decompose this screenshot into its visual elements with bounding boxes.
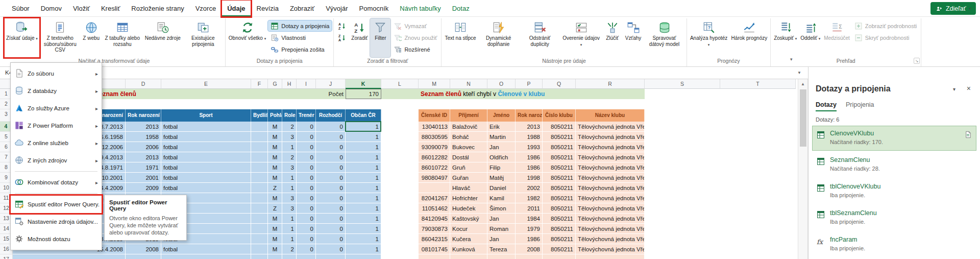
cell-K14[interactable]: 1 [346, 224, 381, 234]
tab-pomocnik[interactable]: Pomocník [354, 0, 395, 17]
cell-F7[interactable] [251, 152, 268, 162]
cell-R8[interactable]: Tělovýchovná jednota Vřesina [576, 162, 645, 173]
column-header-S[interactable]: S [645, 79, 720, 89]
cell-I11[interactable]: 0 [297, 193, 316, 203]
cell-J8[interactable]: 0 [316, 162, 346, 173]
header-cell-Q3[interactable]: Číslo klubu [543, 109, 576, 122]
cell-I9[interactable]: 0 [297, 173, 316, 183]
cell-J16[interactable]: 0 [316, 244, 346, 254]
cell-K8[interactable]: 1 [346, 162, 381, 173]
cell-M7[interactable]: 86012282 [419, 152, 450, 162]
recent-sources-button[interactable]: Nedávne zdroje [143, 18, 182, 57]
cell-N11[interactable]: Hofrichter [450, 193, 487, 203]
cell-N4[interactable]: Balažovič [450, 122, 487, 132]
cell-R14[interactable]: Tělovýchovná jednota Vřesina [576, 224, 645, 234]
cell-O16[interactable]: Tereza [487, 244, 516, 254]
column-header-I[interactable]: I [297, 79, 316, 89]
ungroup-button[interactable]: Oddeliť ▾ [799, 18, 822, 57]
advanced-filter-button[interactable]: Rozšírené [391, 44, 439, 55]
cell-H9[interactable]: 1 [282, 173, 297, 183]
cell-E17[interactable] [161, 254, 251, 259]
cell-P17[interactable] [516, 254, 543, 259]
tab-udaje[interactable]: Údaje [222, 0, 251, 17]
cell-G16[interactable]: M [268, 244, 282, 254]
cell-I15[interactable]: 0 [297, 234, 316, 244]
cell-K9[interactable]: 1 [346, 173, 381, 183]
cell-F11[interactable] [251, 193, 268, 203]
cell-H12[interactable]: 3 [282, 203, 297, 214]
pane-close-icon[interactable]: × [967, 84, 971, 92]
cell-D7[interactable]: 2013 [126, 152, 161, 162]
column-header-K[interactable]: K [346, 79, 381, 89]
cell-H15[interactable]: 1 [282, 234, 297, 244]
subtotal-button[interactable]: ΣMedzisúčet [822, 18, 851, 57]
remove-duplicates-button[interactable]: Odstrániť duplicity [520, 18, 560, 57]
cell-N15[interactable]: Kučera [450, 234, 487, 244]
cell-H16[interactable]: 2 [282, 244, 297, 254]
cell-O8[interactable]: Filip [487, 162, 516, 173]
column-header-G[interactable]: G [268, 79, 282, 89]
header-cell-I3[interactable]: Trenér [297, 109, 316, 122]
cell-M8[interactable]: 86010722 [419, 162, 450, 173]
tab-vzorce[interactable]: Vzorce [190, 0, 222, 17]
cell-N9[interactable]: Guřan [450, 173, 487, 183]
cell-J17[interactable] [316, 254, 346, 259]
cell-Q9[interactable]: 8050211 [543, 173, 576, 183]
column-header-P[interactable]: P [516, 79, 543, 89]
cell-F10[interactable] [251, 183, 268, 193]
dialog-launcher-icon[interactable]: ↘ [914, 58, 920, 64]
cell-P14[interactable]: 1979 [516, 224, 543, 234]
column-header-R[interactable]: R [576, 79, 645, 89]
tab-navrh-tabulky[interactable]: Návrh tabuľky [394, 0, 446, 17]
cell-Q5[interactable]: 8050211 [543, 132, 576, 142]
scrollbar-thumb[interactable] [800, 89, 806, 147]
cell-M6[interactable]: 93090079 [419, 142, 450, 152]
header-cell-G3[interactable]: Pohlaví [268, 109, 282, 122]
cell-D8[interactable]: 1971 [126, 162, 161, 173]
filter-button[interactable]: Filter [370, 18, 390, 57]
from-table-range-button[interactable]: Z tabuľky alebo rozsahu [102, 18, 143, 57]
cell-M10[interactable] [419, 183, 450, 193]
cell-N14[interactable]: Kocur [450, 224, 487, 234]
properties-button[interactable]: Vlastnosti [268, 32, 332, 43]
cell-N16[interactable]: Kunková [450, 244, 487, 254]
cell-J12[interactable]: 0 [316, 203, 346, 214]
cell-N17[interactable] [450, 254, 487, 259]
header-cell-P3[interactable]: Rok narození [516, 109, 543, 122]
cell-Q13[interactable]: 8050211 [543, 214, 576, 224]
cell-F5[interactable] [251, 132, 268, 142]
cell-O10[interactable]: Daniel [487, 183, 516, 193]
cell-O13[interactable]: Jan [487, 214, 516, 224]
header-cell-K3[interactable]: Občan ČR [346, 109, 381, 122]
cell-Q8[interactable]: 8050211 [543, 162, 576, 173]
cell-K7[interactable]: 1 [346, 152, 381, 162]
cell-O6[interactable]: Jan [487, 142, 516, 152]
cell-P13[interactable]: 1984 [516, 214, 543, 224]
cell-I17[interactable] [297, 254, 316, 259]
menu-item-z-inych-zdrojov[interactable]: Z iných zdrojov▸ [11, 152, 102, 169]
share-button[interactable]: Zdieľať ▾ [930, 2, 976, 15]
cell-R9[interactable]: Tělovýchovná jednota Vřesina [576, 173, 645, 183]
cell-R6[interactable]: Tělovýchovná jednota Vřesina [576, 142, 645, 152]
cell-E4[interactable]: fotbal [161, 122, 251, 132]
cell-P12[interactable]: 2011 [516, 203, 543, 214]
cell-J7[interactable]: 0 [316, 152, 346, 162]
workbook-links-button[interactable]: Prepojenia zošita [268, 44, 332, 55]
cell-Q16[interactable]: 8050211 [543, 244, 576, 254]
cell-R10[interactable]: Tělovýchovná jednota Vřesina [576, 183, 645, 193]
cell-M4[interactable]: 13040113 [419, 122, 450, 132]
cell-O4[interactable]: Erik [487, 122, 516, 132]
formula-bar-expand-chevron[interactable]: ▼ [791, 70, 808, 75]
cell-G9[interactable]: M [268, 173, 282, 183]
cell-I10[interactable]: 0 [297, 183, 316, 193]
cell-Q4[interactable]: 8050211 [543, 122, 576, 132]
cell-G8[interactable]: M [268, 162, 282, 173]
tab-revizia[interactable]: Revízia [251, 0, 284, 17]
cell-Q15[interactable]: 8050211 [543, 234, 576, 244]
cell-O17[interactable] [487, 254, 516, 259]
cell-I6[interactable]: 0 [297, 142, 316, 152]
cell-Q14[interactable]: 8050211 [543, 224, 576, 234]
menu-item-zo-suboru[interactable]: Zo súboru▸ [11, 65, 102, 82]
cell-F9[interactable] [251, 173, 268, 183]
cell-F12[interactable] [251, 203, 268, 214]
